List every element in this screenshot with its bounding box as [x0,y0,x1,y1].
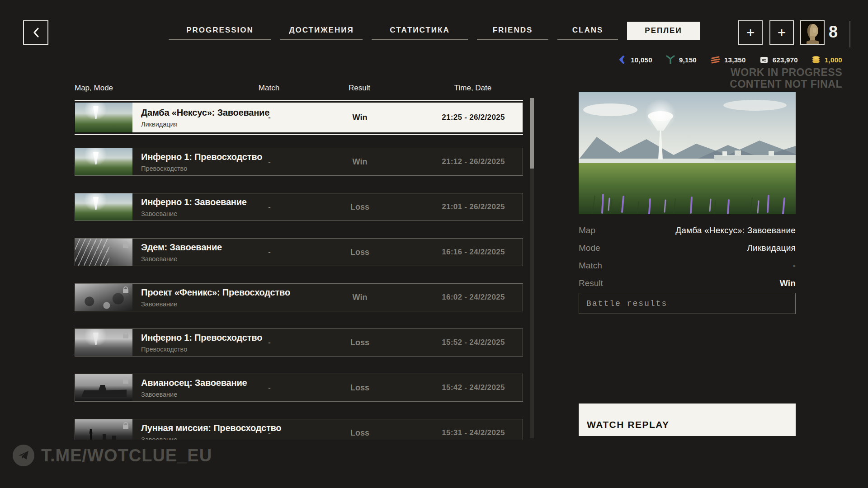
avatar[interactable] [800,20,825,45]
tab-label: РЕПЛЕИ [645,26,682,35]
currency-value: 13,350 [724,56,746,64]
field-label: Mode [579,243,600,253]
field-value: Дамба «Нексус»: Завоевание [675,225,796,235]
replay-row[interactable]: Лунная миссия: Превосходство Завоевание … [75,419,523,440]
tab-label: FRIENDS [493,26,533,35]
detail-field-result: Result Win [579,274,796,292]
telegram-icon [13,445,34,466]
field-label: Result [579,278,603,288]
map-thumbnail [75,193,132,221]
replay-row[interactable]: Инферно 1: Превосходство Превосходство -… [75,328,523,357]
tab-progression[interactable]: PROGRESSION [169,22,271,40]
row-map-title: Дамба «Нексус»: Завоевание [141,108,242,118]
plus-icon: + [746,25,755,40]
blue-crystal-icon [618,55,627,64]
map-thumbnail [75,239,132,266]
row-result: Loss [297,202,423,212]
wip-line2: CONTENT NOT FINAL [730,79,842,90]
replay-row[interactable]: Проект «Феникс»: Превосходство Завоевани… [75,283,523,311]
add-button-2[interactable]: + [769,20,794,45]
row-match: - [242,429,297,437]
row-time-date: 15:42 - 24/2/2025 [423,383,523,392]
channel-watermark-text: T.ME/WOTCLUE_EU [41,446,212,465]
tab-achievements[interactable]: ДОСТИЖЕНИЯ [280,22,363,40]
currency-orange: 13,350 [710,55,746,64]
row-map-title: Эдем: Завоевание [141,242,242,253]
scrollbar-thumb[interactable] [530,98,534,169]
plus-icon: + [778,25,786,40]
row-result: Loss [297,428,423,438]
row-time-date: 16:02 - 24/2/2025 [423,293,523,302]
row-map-title: Авианосец: Завоевание [141,378,242,388]
orange-strokes-icon [710,55,720,64]
tab-underline [557,39,618,40]
tab-underline [169,39,271,40]
row-map-title: Инферно 1: Превосходство [141,333,242,343]
tab-label: ДОСТИЖЕНИЯ [289,26,354,35]
row-match: - [242,293,297,301]
map-thumbnail [75,374,132,401]
row-mode-subtitle: Превосходство [141,165,242,172]
row-map-title: Инферно 1: Завоевание [141,197,242,207]
field-value: Win [780,278,796,288]
tab-replays[interactable]: РЕПЛЕИ [627,22,700,40]
gold-coins-icon [811,55,821,64]
row-result: Win [297,157,423,167]
currency-value: 623,970 [773,56,798,64]
currency-value: 1,000 [825,56,842,64]
list-scrollbar[interactable] [530,98,534,438]
map-thumbnail [75,284,132,311]
replay-row[interactable]: Авианосец: Завоевание Завоевание - Loss … [75,374,523,402]
row-result: Loss [297,383,423,393]
tab-clans[interactable]: CLANS [557,22,618,40]
tab-friends[interactable]: FRIENDS [477,22,548,40]
battle-results-label: Battle results [586,299,667,308]
currency-teal: 9,150 [666,55,697,64]
map-preview-image [579,92,796,214]
row-time-date: 15:52 - 24/2/2025 [423,338,523,347]
replay-row[interactable]: Инферно 1: Завоевание Завоевание - Loss … [75,193,523,221]
replay-row[interactable]: Дамба «Нексус»: Завоевание Ликвидация - … [75,102,523,133]
add-button-1[interactable]: + [738,20,763,45]
currency-bar: 10,050 9,150 13,350 623,970 1,000 [618,55,842,64]
row-match: - [242,248,297,256]
row-mode-subtitle: Завоевание [141,436,242,440]
currency-silver: 623,970 [760,55,798,64]
field-value: - [793,261,796,271]
lock-icon [123,244,128,248]
silver-stack-icon [760,55,769,64]
chevron-left-icon [32,27,39,38]
tab-underline [372,39,468,40]
map-thumbnail [75,419,132,440]
currency-value: 10,050 [631,56,652,64]
lock-icon [123,425,128,429]
row-match: - [242,384,297,392]
tab-underline [477,39,548,40]
main-tabs: PROGRESSION ДОСТИЖЕНИЯ СТАТИСТИКА FRIEND… [169,22,700,40]
row-time-date: 21:25 - 26/2/2025 [423,113,523,122]
currency-blue: 10,050 [618,55,652,64]
lock-icon [123,380,128,384]
lock-icon [123,289,128,293]
wip-watermark: WORK IN PROGRESS CONTENT NOT FINAL [730,67,842,90]
lock-icon [123,334,128,338]
channel-watermark: T.ME/WOTCLUE_EU [13,445,212,466]
watch-replay-button[interactable]: WATCH REPLAY [579,404,796,436]
battle-results-button[interactable]: Battle results [579,293,796,314]
back-button[interactable] [23,20,48,45]
field-label: Map [579,225,595,235]
tab-underline [280,39,363,40]
replay-row[interactable]: Инферно 1: Превосходство Превосходство -… [75,148,523,176]
header-map-mode: Map, Mode [75,84,242,93]
row-result: Loss [297,338,423,347]
topbar-divider [849,21,850,47]
row-map-title: Инферно 1: Превосходство [141,152,242,162]
row-mode-subtitle: Завоевание [141,300,242,308]
map-thumbnail [75,329,132,356]
tab-label: CLANS [572,26,604,35]
replay-row[interactable]: Эдем: Завоевание Завоевание - Loss 16:16… [75,238,523,266]
list-header: Map, Mode Match Result Time, Date [75,84,523,93]
replay-rows: Дамба «Нексус»: Завоевание Ликвидация - … [75,100,523,440]
row-mode-subtitle: Ликвидация [141,121,242,128]
tab-statistics[interactable]: СТАТИСТИКА [372,22,468,40]
